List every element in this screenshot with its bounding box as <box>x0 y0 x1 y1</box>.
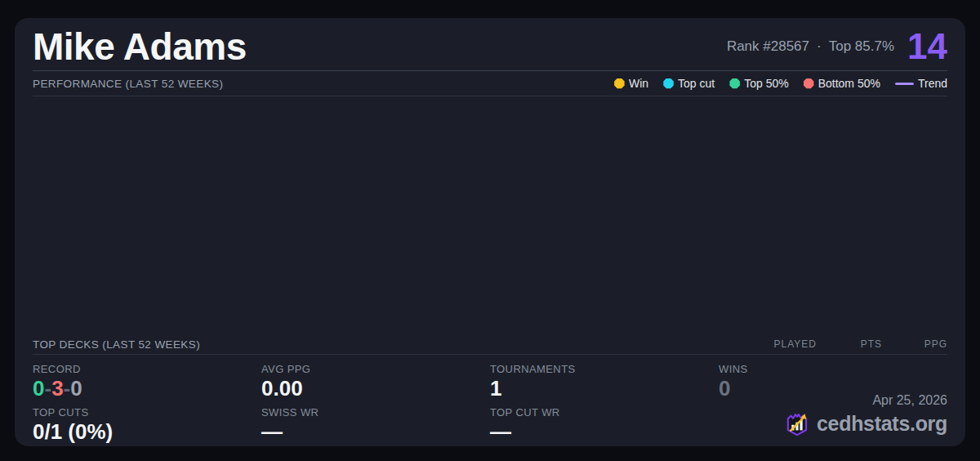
header-right: Rank #28567 · Top 85.7% 14 <box>727 29 947 65</box>
column-header-played: PLAYED <box>751 338 817 350</box>
stat-tournaments: TOURNAMENTS 1 <box>490 358 719 401</box>
record-losses: 3 <box>51 376 63 401</box>
legend-item-trend: Trend <box>895 77 947 90</box>
stat-label: TOP CUT WR <box>490 406 719 418</box>
player-stats-card: Mike Adams Rank #28567 · Top 85.7% 14 PE… <box>15 18 965 446</box>
legend-item-bottom50: Bottom 50% <box>804 77 880 90</box>
column-header-ppg: PPG <box>882 338 947 350</box>
top-percent-text: Top 85.7% <box>829 38 894 55</box>
column-header-pts: PTS <box>817 338 882 350</box>
legend-item-top50: Top 50% <box>729 77 788 90</box>
record-wins: 0 <box>33 376 44 401</box>
swiss-wr-value: — <box>261 420 490 445</box>
footer: Apr 25, 2026 cedhstats.org <box>784 393 947 436</box>
top-cut-swatch-icon <box>663 78 674 89</box>
legend-label: Trend <box>918 77 947 90</box>
top-cut-wr-value: — <box>490 420 719 445</box>
record-separator: - <box>44 376 51 401</box>
performance-header-row: PERFORMANCE (LAST 52 WEEKS) Win Top cut … <box>33 71 947 96</box>
stat-top-cut-wr: TOP CUT WR — <box>490 401 719 445</box>
brand-name: cedhstats.org <box>817 412 947 436</box>
card-header: Mike Adams Rank #28567 · Top 85.7% 14 <box>33 18 947 71</box>
stat-top-cuts: TOP CUTS 0/1 (0%) <box>33 401 261 445</box>
top-cuts-value: 0/1 (0%) <box>33 420 261 445</box>
win-swatch-icon <box>614 78 625 89</box>
tournaments-value: 1 <box>490 377 719 401</box>
record-draws: 0 <box>70 376 82 401</box>
top-decks-columns: PLAYED PTS PPG <box>751 338 947 350</box>
legend-item-win: Win <box>614 77 648 90</box>
stat-label: TOURNAMENTS <box>490 363 719 375</box>
trend-line-icon <box>895 83 914 85</box>
legend-label: Top 50% <box>744 77 788 90</box>
player-name: Mike Adams <box>33 25 247 69</box>
stat-avg-ppg: AVG PPG 0.00 <box>261 358 490 401</box>
rank-text: Rank #28567 <box>727 38 809 55</box>
stat-label: SWISS WR <box>261 406 490 418</box>
rank-line: Rank #28567 · Top 85.7% <box>727 38 894 55</box>
performance-chart <box>33 96 947 334</box>
legend-label: Bottom 50% <box>818 77 880 90</box>
chart-legend: Win Top cut Top 50% Bottom 50% Trend <box>614 77 947 90</box>
stat-label: TOP CUTS <box>33 406 261 418</box>
stat-label: RECORD <box>33 363 261 375</box>
stat-swiss-wr: SWISS WR — <box>261 401 490 445</box>
top-decks-title: TOP DECKS (LAST 52 WEEKS) <box>33 338 200 351</box>
cedhstats-logo-icon <box>784 410 810 436</box>
legend-label: Win <box>629 77 648 90</box>
legend-label: Top cut <box>678 77 715 90</box>
top-50-swatch-icon <box>729 78 740 89</box>
footer-date: Apr 25, 2026 <box>784 393 947 408</box>
top-decks-header-row: TOP DECKS (LAST 52 WEEKS) PLAYED PTS PPG <box>33 334 947 355</box>
record-value: 0-3-0 <box>33 377 261 401</box>
rank-separator: · <box>817 38 822 55</box>
player-score: 14 <box>907 29 947 65</box>
legend-item-top-cut: Top cut <box>663 77 715 90</box>
performance-title: PERFORMANCE (LAST 52 WEEKS) <box>33 78 223 90</box>
brand[interactable]: cedhstats.org <box>784 410 947 436</box>
bottom-50-swatch-icon <box>804 78 814 89</box>
avg-ppg-value: 0.00 <box>261 377 490 401</box>
stat-label: AVG PPG <box>261 363 490 375</box>
stat-record: RECORD 0-3-0 <box>33 358 261 401</box>
stat-label: WINS <box>719 363 947 375</box>
record-separator: - <box>64 376 71 401</box>
